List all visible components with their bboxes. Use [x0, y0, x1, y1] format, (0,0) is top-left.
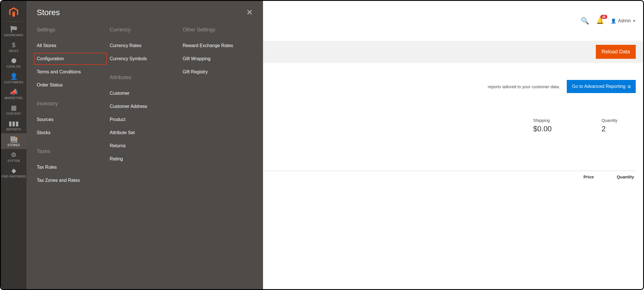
layout-icon: ▦	[11, 105, 17, 111]
person-icon: 👤	[10, 73, 18, 80]
sidebar-item-marketing[interactable]: 📣MARKETING	[1, 86, 27, 102]
close-icon[interactable]: ✕	[246, 8, 253, 17]
sidebar-item-label: STORES	[7, 144, 20, 147]
sidebar-item-label: REPORTS	[6, 128, 21, 131]
link-attr-returns[interactable]: Returns	[107, 140, 180, 152]
sidebar-item-reports[interactable]: ▮▮▮REPORTS	[1, 118, 27, 133]
group-title-taxes: Taxes	[37, 148, 107, 154]
chevron-down-icon: ▼	[633, 19, 636, 23]
megaphone-icon: 📣	[10, 89, 18, 95]
link-reward-exchange-rates[interactable]: Reward Exchange Rates	[180, 40, 253, 52]
col-quantity: Quantity	[617, 174, 634, 179]
advanced-reporting-button[interactable]: Go to Advanced Reporting ⧉	[567, 80, 636, 93]
link-sources[interactable]: Sources	[34, 114, 107, 126]
sidebar-item-label: FIND PARTNERS	[1, 175, 26, 178]
box-icon: ⬢	[11, 58, 17, 64]
advanced-reporting-text: reports tailored to your customer data.	[488, 84, 560, 89]
link-stocks[interactable]: Stocks	[34, 127, 107, 139]
bars-icon: ▮▮▮	[9, 120, 19, 127]
button-label: Go to Advanced Reporting	[572, 84, 625, 89]
flyout-col-1: Settings All Stores Configuration Terms …	[37, 27, 107, 188]
stat-label: Quantity	[602, 118, 636, 123]
sidebar-item-stores[interactable]: 🏬STORES	[1, 133, 27, 149]
stat-label: Shipping	[533, 118, 567, 123]
link-tax-zones-rates[interactable]: Tax Zones and Rates	[34, 174, 107, 186]
notifications-badge: 39	[600, 15, 607, 19]
admin-sidebar: 🏁DASHBOARD $SALES ⬢CATALOG 👤CUSTOMERS 📣M…	[1, 1, 27, 289]
sidebar-item-dashboard[interactable]: 🏁DASHBOARD	[1, 23, 27, 39]
group-title-other-settings: Other Settings	[183, 27, 253, 33]
link-currency-symbols[interactable]: Currency Symbols	[107, 53, 180, 65]
gear-icon: ⚙	[11, 152, 17, 158]
sidebar-item-label: CATALOG	[7, 65, 21, 68]
user-icon: 👤	[611, 18, 616, 24]
link-attr-product[interactable]: Product	[107, 114, 180, 126]
sidebar-item-customers[interactable]: 👤CUSTOMERS	[1, 71, 27, 86]
sidebar-item-label: SALES	[9, 49, 19, 53]
link-gift-registry[interactable]: Gift Registry	[180, 66, 253, 78]
magento-logo[interactable]	[8, 7, 19, 18]
col-price: Price	[583, 174, 594, 179]
flyout-col-2: Currency Currency Rates Currency Symbols…	[110, 27, 180, 188]
stat-value: $0.00	[533, 124, 567, 133]
sidebar-item-label: DASHBOARD	[4, 34, 23, 37]
sidebar-item-label: MARKETING	[5, 96, 23, 100]
stat-quantity: Quantity 2	[602, 118, 636, 133]
flyout-col-3: Other Settings Reward Exchange Rates Gif…	[183, 27, 253, 188]
group-title-settings: Settings	[37, 27, 107, 33]
stat-value: 2	[602, 124, 636, 133]
sidebar-separator	[6, 21, 22, 22]
link-configuration[interactable]: Configuration	[34, 53, 107, 65]
search-icon[interactable]: 🔍	[581, 17, 589, 25]
link-attr-customer[interactable]: Customer	[107, 87, 180, 99]
link-tax-rules[interactable]: Tax Rules	[34, 161, 107, 173]
link-gift-wrapping[interactable]: Gift Wrapping	[180, 53, 253, 65]
sidebar-item-label: CONTENT	[6, 112, 21, 115]
link-order-status[interactable]: Order Status	[34, 79, 107, 91]
sidebar-item-sales[interactable]: $SALES	[1, 39, 27, 55]
link-attr-customer-address[interactable]: Customer Address	[107, 100, 180, 112]
partners-icon: ◆	[11, 168, 16, 174]
sidebar-item-label: SYSTEM	[7, 159, 20, 162]
user-menu[interactable]: 👤 Admin ▼	[611, 18, 636, 24]
link-currency-rates[interactable]: Currency Rates	[107, 40, 180, 52]
user-name: Admin	[618, 18, 631, 23]
link-all-stores[interactable]: All Stores	[34, 40, 107, 52]
link-attr-rating[interactable]: Rating	[107, 153, 180, 165]
stat-shipping: Shipping $0.00	[533, 118, 567, 133]
external-link-icon: ⧉	[628, 84, 631, 89]
group-title-attributes: Attributes	[110, 74, 180, 80]
dollar-icon: $	[12, 42, 15, 48]
sidebar-item-partners[interactable]: ◆FIND PARTNERS	[1, 165, 27, 180]
link-terms-conditions[interactable]: Terms and Conditions	[34, 66, 107, 78]
gauge-icon: 🏁	[10, 26, 18, 33]
sidebar-item-label: CUSTOMERS	[4, 81, 23, 84]
reload-data-button[interactable]: Reload Data	[596, 45, 636, 59]
sidebar-item-catalog[interactable]: ⬢CATALOG	[1, 55, 27, 71]
link-attr-attribute-set[interactable]: Attribute Set	[107, 127, 180, 139]
group-title-inventory: Inventory	[37, 101, 107, 107]
group-title-currency: Currency	[110, 27, 180, 33]
stores-flyout: Stores ✕ Settings All Stores Configurati…	[27, 1, 263, 289]
flyout-title: Stores	[37, 8, 60, 17]
sidebar-item-content[interactable]: ▦CONTENT	[1, 102, 27, 118]
store-icon: 🏬	[10, 136, 18, 142]
notifications-button[interactable]: 🔔 39	[596, 17, 604, 25]
sidebar-item-system[interactable]: ⚙SYSTEM	[1, 149, 27, 165]
